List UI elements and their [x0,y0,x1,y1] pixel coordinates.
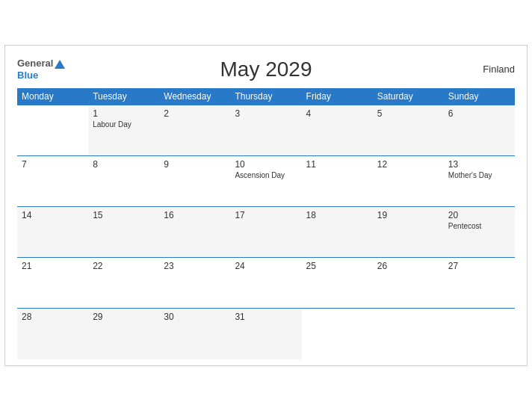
country-label: Finland [483,64,515,75]
day-number: 10 [235,159,297,170]
week-row-2: 78910Ascension Day111213Mother's Day [17,156,515,207]
day-number: 20 [448,210,510,220]
calendar-cell [302,309,373,359]
calendar-cell: 30 [159,309,230,359]
day-number: 19 [377,210,439,220]
weekday-tuesday: Tuesday [88,88,159,105]
weekday-saturday: Saturday [373,88,444,105]
calendar-cell [444,309,515,359]
holiday-label: Ascension Day [235,171,297,179]
calendar-cell [373,309,444,359]
weekday-thursday: Thursday [230,88,301,105]
day-number: 30 [164,312,226,322]
calendar-cell: 12 [373,156,444,207]
day-number: 17 [235,210,297,220]
holiday-label: Pentecost [448,222,510,230]
calendar-cell: 22 [88,258,159,309]
calendar-cell: 1Labour Day [88,105,159,156]
calendar-cell: 5 [373,105,444,156]
calendar-cell: 8 [88,156,159,207]
calendar-cell: 17 [230,207,301,258]
month-title: May 2029 [220,58,312,81]
header: General Blue May 2029 Finland [17,58,515,81]
holiday-label: Mother's Day [448,171,510,179]
weekday-friday: Friday [302,88,373,105]
calendar-cell: 13Mother's Day [444,156,515,207]
calendar-body: 1Labour Day2345678910Ascension Day111213… [17,105,515,359]
calendar-cell: 27 [444,258,515,309]
day-number: 13 [448,159,510,170]
weekday-sunday: Sunday [444,88,515,105]
day-number: 11 [306,159,368,170]
calendar-cell: 31 [230,309,301,359]
calendar-cell: 19 [373,207,444,258]
calendar-cell: 14 [17,207,88,258]
holiday-label: Labour Day [93,120,155,129]
calendar-cell: 25 [302,258,373,309]
day-number: 4 [306,108,368,119]
logo-general: General [17,58,65,69]
day-number: 28 [22,312,84,322]
week-row-4: 21222324252627 [17,258,515,309]
week-row-3: 14151617181920Pentecost [17,207,515,258]
day-number: 7 [22,159,84,170]
calendar-cell: 21 [17,258,88,309]
week-row-5: 28293031 [17,309,515,359]
day-number: 6 [448,108,510,119]
calendar-cell: 24 [230,258,301,309]
calendar-cell: 29 [88,309,159,359]
day-number: 3 [235,108,297,119]
day-number: 15 [93,210,155,220]
calendar-cell: 6 [444,105,515,156]
day-number: 27 [448,261,510,271]
weekday-header-row: MondayTuesdayWednesdayThursdayFridaySatu… [17,88,515,105]
calendar-cell: 9 [159,156,230,207]
calendar-cell [17,105,88,156]
calendar-cell: 7 [17,156,88,207]
logo-blue: Blue [17,69,38,81]
day-number: 18 [306,210,368,220]
calendar-cell: 23 [159,258,230,309]
logo-triangle-icon [55,60,65,69]
calendar-cell: 10Ascension Day [230,156,301,207]
calendar-cell: 15 [88,207,159,258]
calendar-cell: 20Pentecost [444,207,515,258]
day-number: 2 [164,108,226,119]
day-number: 24 [235,261,297,271]
day-number: 5 [377,108,439,119]
day-number: 23 [164,261,226,271]
day-number: 31 [235,312,297,322]
calendar-container: General Blue May 2029 Finland MondayTues… [4,45,528,366]
day-number: 1 [93,108,155,119]
week-row-1: 1Labour Day23456 [17,105,515,156]
day-number: 21 [22,261,84,271]
calendar-cell: 18 [302,207,373,258]
day-number: 25 [306,261,368,271]
day-number: 22 [93,261,155,271]
calendar-table: MondayTuesdayWednesdayThursdayFridaySatu… [17,88,515,359]
calendar-header: MondayTuesdayWednesdayThursdayFridaySatu… [17,88,515,105]
calendar-cell: 26 [373,258,444,309]
calendar-cell: 4 [302,105,373,156]
day-number: 16 [164,210,226,220]
weekday-monday: Monday [17,88,88,105]
logo: General Blue [17,58,65,81]
day-number: 14 [22,210,84,220]
day-number: 26 [377,261,439,271]
calendar-cell: 28 [17,309,88,359]
calendar-cell: 16 [159,207,230,258]
day-number: 8 [93,159,155,170]
weekday-wednesday: Wednesday [159,88,230,105]
day-number: 29 [93,312,155,322]
calendar-cell: 11 [302,156,373,207]
calendar-cell: 3 [230,105,301,156]
day-number: 9 [164,159,226,170]
calendar-cell: 2 [159,105,230,156]
day-number: 12 [377,159,439,170]
